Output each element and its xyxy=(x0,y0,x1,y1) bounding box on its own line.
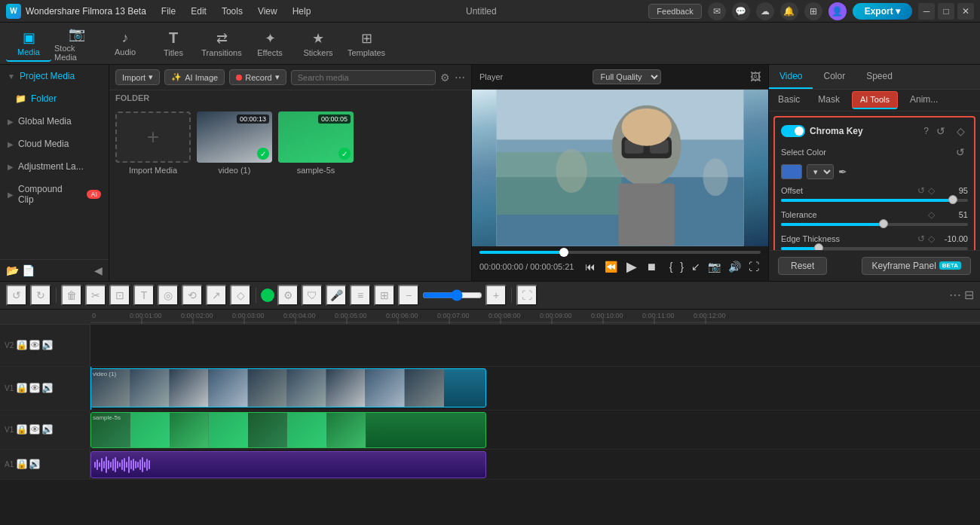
redo-button[interactable]: ↻ xyxy=(30,285,51,306)
edge-thickness-handle[interactable] xyxy=(814,243,823,250)
add-item-button[interactable]: 📄 xyxy=(22,264,35,276)
track-solo-v1b[interactable]: 🔊 xyxy=(42,424,53,435)
offset-handle[interactable] xyxy=(948,195,957,204)
sidebar-item-global-media[interactable]: ▶ Global Media xyxy=(0,110,109,133)
green-dot-button[interactable] xyxy=(261,288,274,302)
settings-button[interactable]: ⚙ xyxy=(277,285,299,306)
chroma-key-toggle[interactable] xyxy=(781,125,805,137)
tool-stickers[interactable]: ★ Stickers xyxy=(296,26,341,62)
tool-templates[interactable]: ⊞ Templates xyxy=(344,26,389,62)
chroma-key-reset-button[interactable]: ↺ xyxy=(933,124,948,139)
sidebar-item-cloud-media[interactable]: ▶ Cloud Media xyxy=(0,133,109,155)
track-content-v1b[interactable]: sample-5s xyxy=(90,411,980,449)
track-lock-v2[interactable]: 🔒 xyxy=(17,340,27,350)
fullscreen-button[interactable]: ⛶ xyxy=(747,259,761,274)
filter-icon[interactable]: ⚙ xyxy=(440,72,450,84)
menu-file[interactable]: File xyxy=(158,5,179,18)
cloud-icon[interactable]: ☁ xyxy=(756,2,774,20)
more-options-icon[interactable]: ⋯ xyxy=(455,72,465,84)
track-content-a1[interactable]: // Generate waveform bars xyxy=(90,450,980,479)
tool-effects[interactable]: ✦ Effects xyxy=(247,26,292,62)
grid-button[interactable]: ⊞ xyxy=(374,285,395,306)
tolerance-handle[interactable] xyxy=(879,219,888,228)
rotate-button[interactable]: ⟲ xyxy=(182,285,203,306)
sidebar-item-adjustment-layer[interactable]: ▶ Adjustment La... xyxy=(0,155,109,178)
select-color-reset-button[interactable]: ↺ xyxy=(953,145,968,160)
media-item-sample5s[interactable]: 00:00:05 ✓ sample-5s xyxy=(278,111,354,175)
screenshot-button[interactable]: 📷 xyxy=(706,259,722,274)
tolerance-diamond-button[interactable]: ◇ xyxy=(928,209,935,220)
skip-back-button[interactable]: ⏮ xyxy=(583,259,597,274)
import-button[interactable]: Import ▾ xyxy=(115,69,160,85)
stop-button[interactable]: ⏹ xyxy=(645,259,658,274)
track-mute-v1[interactable]: 👁 xyxy=(29,383,40,393)
list-button[interactable]: ≡ xyxy=(350,285,371,306)
sidebar-item-project-media[interactable]: ▼ Project Media xyxy=(0,65,109,87)
play-button[interactable]: ▶ xyxy=(625,257,639,276)
menu-view[interactable]: View xyxy=(255,5,280,18)
chat-icon[interactable]: 💬 xyxy=(732,2,750,20)
mark-out-button[interactable]: } xyxy=(678,259,685,274)
track-lock-v1[interactable]: 🔒 xyxy=(17,383,27,393)
clip-insert-button[interactable]: ↙ xyxy=(690,259,702,274)
notification-icon[interactable]: ✉ xyxy=(708,2,726,20)
audio-clip-a1[interactable]: // Generate waveform bars xyxy=(90,451,486,478)
quality-select[interactable]: Full Quality Half Quality xyxy=(593,69,661,84)
maximize-button[interactable]: □ xyxy=(938,3,954,20)
tool-audio[interactable]: ♪ Audio xyxy=(103,26,148,62)
tab-color[interactable]: Color xyxy=(813,65,856,89)
keyframe-panel-button[interactable]: Keyframe Panel BETA xyxy=(862,257,971,275)
menu-edit[interactable]: Edit xyxy=(188,5,210,18)
add-folder-button[interactable]: 📂 xyxy=(6,264,19,276)
circle-button[interactable]: ◎ xyxy=(158,285,179,306)
edge-thickness-reset-button[interactable]: ↺ xyxy=(917,234,925,244)
sidebar-item-folder[interactable]: 📁 Folder xyxy=(0,87,109,110)
menu-help[interactable]: Help xyxy=(289,5,314,18)
tolerance-slider[interactable] xyxy=(781,223,968,226)
undo-button[interactable]: ↺ xyxy=(6,285,27,306)
edge-thickness-diamond-button[interactable]: ◇ xyxy=(928,234,935,244)
sub-tab-basic[interactable]: Basic xyxy=(769,90,809,111)
offset-slider[interactable] xyxy=(781,199,968,202)
ai-image-button[interactable]: ✨ AI Image xyxy=(164,69,225,85)
sub-tab-mask[interactable]: Mask xyxy=(809,90,849,111)
tool-media[interactable]: ▣ Media xyxy=(6,26,51,62)
edge-thickness-slider[interactable] xyxy=(781,247,968,250)
plus-button[interactable]: + xyxy=(485,285,507,306)
color-swatch[interactable] xyxy=(781,164,802,179)
search-input[interactable] xyxy=(291,70,436,85)
minimize-button[interactable]: ─ xyxy=(918,3,935,20)
track-lock-v1b[interactable]: 🔒 xyxy=(17,424,27,435)
bell-icon[interactable]: 🔔 xyxy=(780,2,798,20)
video-clip-v1[interactable]: video (1) xyxy=(90,368,486,407)
expand-button[interactable]: ⛶ xyxy=(516,285,537,306)
text-button[interactable]: T xyxy=(133,285,155,306)
mark-in-button[interactable]: { xyxy=(668,259,675,274)
zoom-slider[interactable] xyxy=(422,289,482,301)
screenshot-btn2[interactable]: 🔊 xyxy=(727,259,743,274)
export-button[interactable]: Export ▾ xyxy=(853,3,912,20)
track-mute-v2[interactable]: 👁 xyxy=(29,340,40,350)
minus-button[interactable]: − xyxy=(398,285,419,306)
track-lock-a1[interactable]: 🔒 xyxy=(17,459,27,469)
chroma-key-diamond-button[interactable]: ◇ xyxy=(953,124,968,139)
eyedropper-button[interactable]: ✒ xyxy=(838,166,847,178)
media-import-item[interactable]: + Import Media xyxy=(115,111,191,175)
import-media-thumb[interactable]: + xyxy=(115,111,191,163)
track-solo-v1[interactable]: 🔊 xyxy=(42,383,53,393)
tab-video[interactable]: Video xyxy=(769,65,813,89)
sub-tab-anim[interactable]: Anim... xyxy=(901,90,947,111)
user-avatar[interactable]: 👤 xyxy=(828,2,847,20)
record-button[interactable]: Record ▾ xyxy=(229,69,286,85)
feedback-button[interactable]: Feedback xyxy=(648,4,701,19)
sub-tab-ai-tools[interactable]: AI Tools xyxy=(852,91,898,109)
shield-button[interactable]: 🛡 xyxy=(302,285,323,306)
more-button[interactable]: ⋯ xyxy=(949,288,961,302)
video-clip-v1b[interactable]: sample-5s xyxy=(90,412,486,448)
delete-button[interactable]: 🗑 xyxy=(61,285,82,306)
track-solo-v2[interactable]: 🔊 xyxy=(42,340,53,350)
step-back-button[interactable]: ⏪ xyxy=(603,259,619,274)
preview-settings-icon[interactable]: 🖼 xyxy=(750,71,761,83)
progress-bar[interactable] xyxy=(479,251,761,254)
tool-titles[interactable]: T Titles xyxy=(151,26,196,62)
